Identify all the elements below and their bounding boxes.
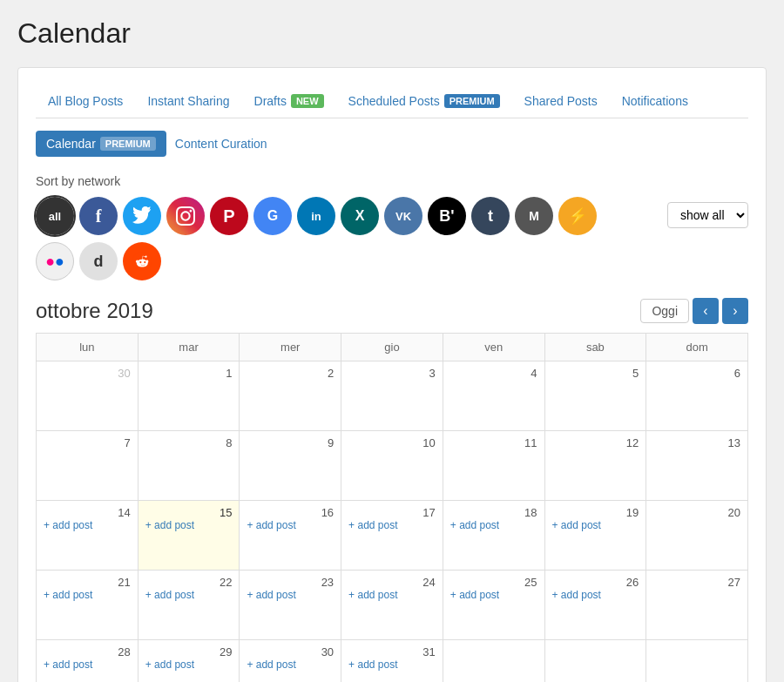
- col-mar: mar: [138, 334, 240, 361]
- sub-nav: Calendar PREMIUM Content Curation: [36, 131, 748, 157]
- day-number: 7: [44, 436, 131, 449]
- add-post-link[interactable]: + add post: [348, 658, 436, 671]
- calendar-cell: 20: [646, 501, 748, 571]
- day-number: 15: [145, 506, 233, 519]
- tab-instant-sharing[interactable]: Instant Sharing: [135, 85, 241, 118]
- badge-premium-calendar: PREMIUM: [100, 137, 156, 151]
- calendar-week-row: 28+ add post29+ add post30+ add post31+ …: [37, 640, 748, 683]
- calendar-week-row: 21+ add post22+ add post23+ add post24+ …: [37, 571, 748, 640]
- day-number: 29: [145, 645, 233, 658]
- add-post-link[interactable]: + add post: [247, 589, 334, 601]
- add-post-link[interactable]: + add post: [145, 519, 233, 531]
- calendar-week-row: 14+ add post15+ add post16+ add post17+ …: [37, 501, 748, 571]
- tab-notifications[interactable]: Notifications: [610, 85, 700, 118]
- calendar-cell: 27: [646, 571, 748, 640]
- col-ven: ven: [443, 334, 544, 361]
- day-number: 14: [44, 506, 131, 519]
- add-post-link[interactable]: + add post: [247, 519, 334, 531]
- day-number: 20: [653, 506, 740, 519]
- day-number: 24: [348, 576, 436, 589]
- calendar-cell: 15+ add post: [138, 501, 240, 571]
- tab-shared-posts[interactable]: Shared Posts: [512, 85, 610, 118]
- network-medium[interactable]: M: [515, 197, 553, 235]
- calendar-cell: 9: [240, 431, 341, 501]
- oggi-button[interactable]: Oggi: [640, 299, 689, 323]
- add-post-link[interactable]: + add post: [450, 589, 537, 601]
- network-xing[interactable]: X: [341, 197, 379, 235]
- network-reddit[interactable]: [123, 242, 161, 280]
- page-title: Calendar: [17, 17, 767, 50]
- add-post-link[interactable]: + add post: [145, 589, 233, 601]
- add-post-link[interactable]: + add post: [44, 589, 131, 601]
- day-number: 30: [247, 645, 334, 658]
- calendar-cell: 12: [544, 431, 646, 501]
- calendar-cell: 26+ add post: [544, 571, 646, 640]
- badge-premium-scheduled: PREMIUM: [444, 94, 500, 108]
- add-post-link[interactable]: + add post: [247, 658, 334, 671]
- show-all-select[interactable]: show all: [667, 202, 748, 228]
- calendar-cell: [646, 640, 748, 683]
- day-number: 2: [247, 367, 334, 380]
- col-gio: gio: [341, 334, 443, 361]
- col-mer: mer: [240, 334, 341, 361]
- day-number: 6: [653, 367, 740, 380]
- add-post-link[interactable]: + add post: [44, 658, 131, 671]
- add-post-link[interactable]: + add post: [348, 519, 436, 531]
- calendar-cell: 19+ add post: [544, 501, 646, 571]
- day-number: 30: [44, 367, 131, 380]
- add-post-link[interactable]: + add post: [145, 658, 233, 671]
- add-post-link[interactable]: + add post: [552, 519, 639, 531]
- network-pinterest[interactable]: P: [210, 197, 248, 235]
- day-number: 5: [552, 367, 639, 380]
- network-vk[interactable]: VK: [384, 197, 422, 235]
- tab-scheduled-posts[interactable]: Scheduled Posts PREMIUM: [336, 85, 512, 118]
- calendar-cell: 24+ add post: [341, 571, 443, 640]
- calendar-cell: 21+ add post: [37, 571, 139, 640]
- day-number: 12: [552, 436, 639, 449]
- network-twitter[interactable]: [123, 197, 161, 235]
- day-number: 10: [348, 436, 436, 449]
- calendar-cell: 28+ add post: [37, 640, 139, 683]
- day-number: 8: [145, 436, 233, 449]
- calendar-table: lun mar mer gio ven sab dom 301234567891…: [36, 333, 748, 682]
- calendar-cell: 23+ add post: [240, 571, 341, 640]
- tab-drafts[interactable]: Drafts NEW: [242, 85, 336, 118]
- add-post-link[interactable]: + add post: [552, 589, 639, 601]
- calendar-cell: 8: [138, 431, 240, 501]
- network-google[interactable]: G: [253, 197, 292, 235]
- tab-all-blog-posts[interactable]: All Blog Posts: [36, 85, 135, 118]
- network-flickr[interactable]: ●●: [36, 242, 74, 280]
- calendar-cell: 11: [443, 431, 544, 501]
- day-number: 4: [450, 367, 537, 380]
- day-number: 23: [247, 576, 334, 589]
- network-instagram[interactable]: [166, 197, 205, 235]
- add-post-link[interactable]: + add post: [44, 519, 131, 531]
- nav-tabs: All Blog Posts Instant Sharing Drafts NE…: [36, 85, 748, 118]
- calendar-cell: 13: [646, 431, 748, 501]
- next-month-button[interactable]: ›: [722, 298, 748, 324]
- content-curation-link[interactable]: Content Curation: [175, 137, 267, 151]
- add-post-link[interactable]: + add post: [450, 519, 537, 531]
- prev-month-button[interactable]: ‹: [693, 298, 719, 324]
- day-number: 19: [552, 506, 639, 519]
- sort-section: Sort by network all f: [36, 174, 748, 280]
- network-bloglovin[interactable]: B': [428, 197, 466, 235]
- calendar-cell: 7: [37, 431, 139, 501]
- day-number: 21: [44, 576, 131, 589]
- network-linkedin[interactable]: in: [297, 197, 335, 235]
- calendar-cell: 25+ add post: [443, 571, 544, 640]
- calendar-cell: 1: [138, 361, 240, 431]
- calendar-month-title: ottobre 2019: [36, 299, 153, 323]
- calendar-button[interactable]: Calendar PREMIUM: [36, 131, 166, 157]
- network-diigo[interactable]: d: [79, 242, 118, 280]
- calendar-cell: 14+ add post: [37, 501, 139, 571]
- calendar-cell: 18+ add post: [443, 501, 544, 571]
- calendar-cell: 16+ add post: [240, 501, 341, 571]
- network-all[interactable]: all: [36, 197, 74, 235]
- day-number: 11: [450, 436, 537, 449]
- network-facebook[interactable]: f: [79, 197, 118, 235]
- calendar-cell: 10: [341, 431, 443, 501]
- add-post-link[interactable]: + add post: [348, 589, 436, 601]
- network-tumblr[interactable]: t: [471, 197, 510, 235]
- network-typefully[interactable]: ⚡: [558, 197, 597, 235]
